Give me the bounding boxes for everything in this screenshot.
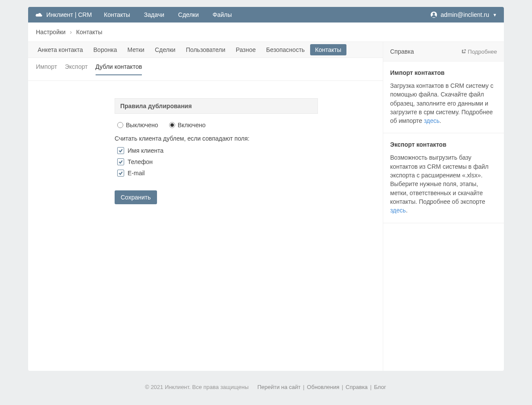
radio-off-label: Выключено: [126, 122, 158, 129]
breadcrumb-current: Контакты: [76, 29, 102, 35]
tab-security[interactable]: Безопасность: [261, 42, 310, 58]
tab-contact-profile[interactable]: Анкета контакта: [32, 42, 88, 58]
save-button[interactable]: Сохранить: [115, 190, 157, 204]
side-import-link[interactable]: здесь: [424, 117, 439, 124]
side-import-title: Импорт контактов: [390, 69, 497, 76]
radio-unchecked-icon: [117, 122, 123, 128]
tab-funnel[interactable]: Воронка: [88, 42, 122, 58]
tab-labels[interactable]: Метки: [122, 42, 150, 58]
tab-contacts[interactable]: Контакты: [310, 44, 346, 55]
side-more-link[interactable]: Подробнее: [461, 48, 497, 55]
form-description: Считать клиента дублем, если совпадают п…: [115, 135, 318, 142]
radio-off[interactable]: Выключено: [117, 122, 158, 129]
tab-deals[interactable]: Сделки: [150, 42, 181, 58]
side-export-title: Экспорт контактов: [390, 141, 497, 148]
footer-blog[interactable]: Блог: [373, 384, 387, 390]
radio-on-label: Включено: [178, 122, 206, 129]
checkbox-email-label: E-mail: [128, 170, 145, 177]
radio-checked-icon: [169, 122, 175, 128]
footer-help[interactable]: Справка: [345, 384, 369, 390]
brand-logo[interactable]: Инклиент | CRM: [35, 11, 92, 18]
checkbox-client-name[interactable]: [117, 147, 124, 154]
checkbox-phone[interactable]: [117, 158, 124, 165]
svg-point-1: [433, 13, 435, 15]
footer-site[interactable]: Перейти на сайт: [256, 384, 301, 390]
caret-down-icon: ▼: [493, 13, 497, 17]
tab-misc[interactable]: Разное: [231, 42, 261, 58]
user-menu[interactable]: admin@inclient.ru ▼: [430, 11, 497, 18]
user-email: admin@inclient.ru: [441, 11, 489, 18]
brand-text: Инклиент | CRM: [46, 11, 92, 18]
breadcrumb: Настройки › Контакты: [28, 22, 504, 42]
side-help-title: Справка: [390, 48, 414, 55]
settings-tabs: Анкета контакта Воронка Метки Сделки Пол…: [28, 42, 383, 58]
footer-copy: © 2021 Инклиент. Все права защищены: [145, 384, 249, 390]
footer-updates[interactable]: Обновления: [306, 384, 340, 390]
nav-contacts[interactable]: Контакты: [104, 11, 130, 18]
section-title: Правила дублирования: [115, 98, 318, 114]
user-avatar-icon: [430, 11, 437, 18]
contacts-subtabs: Импорт Экспорт Дубли контактов: [28, 58, 383, 81]
subtab-export[interactable]: Экспорт: [65, 63, 88, 75]
tab-users[interactable]: Пользователи: [181, 42, 231, 58]
breadcrumb-parent[interactable]: Настройки: [36, 29, 66, 35]
checkbox-email[interactable]: [117, 170, 124, 177]
external-link-icon: [461, 49, 466, 54]
chevron-right-icon: ›: [67, 29, 75, 35]
nav-tasks[interactable]: Задачи: [144, 11, 164, 18]
subtab-duplicates[interactable]: Дубли контактов: [96, 63, 142, 75]
subtab-import[interactable]: Импорт: [36, 63, 57, 75]
checkbox-client-name-label: Имя клиента: [128, 147, 163, 154]
radio-on[interactable]: Включено: [169, 122, 206, 129]
nav-files[interactable]: Файлы: [213, 11, 232, 18]
side-export-link[interactable]: здесь: [390, 207, 406, 214]
checkbox-phone-label: Телефон: [128, 158, 153, 165]
side-import-body: Загрузка контактов в CRM систему с помощ…: [390, 81, 497, 125]
side-more-label: Подробнее: [468, 48, 497, 55]
nav-deals[interactable]: Сделки: [178, 11, 199, 18]
footer: © 2021 Инклиент. Все права защищены Пере…: [28, 371, 504, 403]
cloud-icon: [35, 12, 43, 18]
side-export-body: Возможность выгрузить базу контактов из …: [390, 153, 497, 215]
top-navbar: Инклиент | CRM Контакты Задачи Сделки Фа…: [28, 7, 504, 22]
